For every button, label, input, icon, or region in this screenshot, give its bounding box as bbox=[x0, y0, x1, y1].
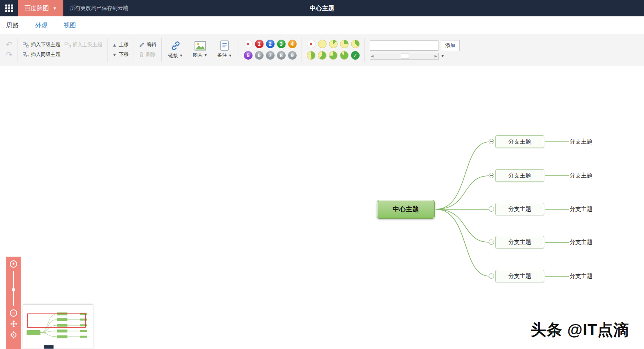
toolbar: ↶ ↷ 插入下级主题 插入上级主题 插入同级主题 bbox=[0, 34, 644, 65]
mindmap-canvas[interactable]: 中心主题 分支主题 分支主题 分支主题 分支主题 分支主题 分支主题 分支主题 … bbox=[0, 65, 644, 349]
progress-done-icon[interactable]: ✓ bbox=[351, 51, 360, 60]
ribbon-tabbar: 思路 外观 视图 bbox=[0, 16, 644, 34]
minimap[interactable] bbox=[23, 304, 93, 349]
app-grid-menu-button[interactable] bbox=[0, 0, 18, 16]
collapse-icon[interactable] bbox=[489, 206, 494, 212]
collapse-icon[interactable] bbox=[489, 239, 494, 245]
crosshair-icon bbox=[10, 331, 18, 339]
save-status: 所有更改均已保存到云端 bbox=[70, 4, 128, 12]
image-button[interactable]: 图片▼ bbox=[191, 41, 209, 59]
priority-group: × 1 2 3 4 5 6 7 8 9 bbox=[241, 40, 300, 60]
tab-idea[interactable]: 思路 bbox=[6, 20, 20, 31]
insert-sibling-button[interactable]: 插入同级主题 bbox=[23, 51, 60, 58]
priority-6-icon[interactable]: 6 bbox=[255, 51, 264, 60]
top-bar: 百度脑图 ▼ 所有更改均已保存到云端 中心主题 bbox=[0, 0, 644, 16]
priority-1-icon[interactable]: 1 bbox=[255, 40, 264, 48]
branch-node[interactable]: 分支主题 bbox=[495, 169, 544, 182]
priority-2-icon[interactable]: 2 bbox=[266, 40, 275, 48]
sub-topic-node[interactable]: 分支主题 bbox=[570, 238, 593, 246]
zoom-slider[interactable] bbox=[13, 271, 14, 306]
zoom-in-button[interactable]: + bbox=[10, 260, 17, 268]
zoom-out-button[interactable]: − bbox=[10, 309, 17, 317]
progress-remove-icon[interactable]: × bbox=[307, 40, 315, 48]
zoom-panel: + − bbox=[6, 257, 21, 349]
priority-remove-icon[interactable]: × bbox=[244, 40, 253, 48]
tab-view[interactable]: 视图 bbox=[63, 20, 77, 31]
priority-7-icon[interactable]: 7 bbox=[266, 51, 275, 60]
delete-button[interactable]: 删除 bbox=[139, 51, 157, 58]
branch-node[interactable]: 分支主题 bbox=[495, 236, 544, 248]
priority-8-icon[interactable]: 8 bbox=[277, 51, 286, 60]
divider bbox=[239, 38, 239, 62]
chevron-down-icon: ▼ bbox=[53, 6, 57, 11]
collapse-icon[interactable] bbox=[489, 139, 494, 144]
collapse-icon[interactable] bbox=[489, 273, 494, 279]
tag-add-button[interactable]: 添加 bbox=[441, 40, 460, 51]
sub-topic-node[interactable]: 分支主题 bbox=[570, 205, 593, 213]
divider bbox=[364, 38, 365, 62]
tag-input[interactable] bbox=[370, 40, 438, 51]
edit-group: 编辑 删除 bbox=[136, 41, 160, 58]
branch-node[interactable]: 分支主题 bbox=[495, 203, 544, 215]
progress-5-icon[interactable] bbox=[318, 51, 326, 60]
branch-node[interactable]: 分支主题 bbox=[495, 135, 544, 148]
scroll-thumb[interactable] bbox=[401, 54, 409, 59]
scroll-right-icon[interactable]: ▶ bbox=[435, 54, 437, 58]
undo-icon[interactable]: ↶ bbox=[6, 41, 13, 48]
insert-parent-icon bbox=[65, 43, 71, 47]
priority-5-icon[interactable]: 5 bbox=[244, 51, 253, 60]
chevron-down-icon: ▼ bbox=[228, 54, 232, 58]
brand-menu-button[interactable]: 百度脑图 ▼ bbox=[18, 0, 63, 16]
progress-4-icon[interactable] bbox=[307, 51, 315, 60]
arrow-down-icon: ▼ bbox=[112, 52, 117, 57]
progress-7-icon[interactable] bbox=[340, 51, 349, 60]
insert-parent-button[interactable]: 插入上级主题 bbox=[65, 41, 102, 48]
move-up-button[interactable]: ▲ 上移 bbox=[112, 41, 129, 48]
divider bbox=[18, 38, 18, 62]
chevron-down-icon: ▼ bbox=[179, 54, 183, 58]
progress-0-icon[interactable] bbox=[318, 40, 326, 48]
divider bbox=[161, 38, 162, 62]
priority-9-icon[interactable]: 9 bbox=[288, 51, 297, 60]
trash-icon bbox=[139, 52, 144, 57]
progress-3-icon[interactable] bbox=[351, 40, 360, 48]
root-topic-node[interactable]: 中心主题 bbox=[377, 200, 435, 219]
progress-2-icon[interactable] bbox=[340, 40, 349, 48]
image-icon bbox=[195, 41, 206, 51]
tab-appearance[interactable]: 外观 bbox=[34, 20, 48, 31]
edit-button[interactable]: 编辑 bbox=[139, 41, 157, 48]
divider bbox=[302, 38, 302, 62]
grid-icon bbox=[5, 4, 13, 12]
tag-scrollbar[interactable]: ◀ ▶ bbox=[370, 53, 438, 60]
collapse-icon[interactable] bbox=[489, 173, 494, 178]
branch-node[interactable]: 分支主题 bbox=[495, 270, 544, 282]
move-down-button[interactable]: ▼ 下移 bbox=[112, 51, 129, 58]
app-window: 百度脑图 ▼ 所有更改均已保存到云端 中心主题 思路 外观 视图 ↶ ↷ 插入下… bbox=[0, 0, 644, 349]
insert-sibling-icon bbox=[23, 52, 29, 57]
sub-topic-node[interactable]: 分支主题 bbox=[570, 172, 593, 180]
watermark: 头条 @IT点滴 bbox=[531, 320, 629, 340]
document-title: 中心主题 bbox=[310, 4, 334, 12]
note-icon bbox=[220, 40, 229, 51]
progress-6-icon[interactable] bbox=[329, 51, 338, 60]
sub-topic-node[interactable]: 分支主题 bbox=[570, 138, 593, 146]
redo-icon[interactable]: ↷ bbox=[6, 51, 13, 58]
pan-tool-button[interactable] bbox=[10, 320, 18, 328]
note-button[interactable]: 备注▼ bbox=[216, 40, 234, 59]
sub-topic-node[interactable]: 分支主题 bbox=[570, 272, 593, 280]
insert-child-button[interactable]: 插入下级主题 bbox=[23, 41, 60, 48]
mindmap-connectors bbox=[0, 65, 644, 349]
locate-center-button[interactable] bbox=[10, 331, 18, 339]
priority-3-icon[interactable]: 3 bbox=[277, 40, 286, 48]
divider bbox=[107, 38, 107, 62]
priority-4-icon[interactable]: 4 bbox=[288, 40, 297, 48]
scroll-left-icon[interactable]: ◀ bbox=[371, 54, 373, 58]
brand-label: 百度脑图 bbox=[25, 4, 49, 12]
link-button[interactable]: 链接▼ bbox=[167, 40, 185, 59]
tag-expand-button[interactable]: ▼ bbox=[438, 53, 447, 60]
link-icon bbox=[170, 40, 181, 51]
media-group: 链接▼ 图片▼ 备注▼ bbox=[163, 40, 237, 59]
zoom-slider-thumb[interactable] bbox=[12, 288, 15, 291]
progress-1-icon[interactable] bbox=[329, 40, 338, 48]
tag-group: 添加 ◀ ▶ ▼ bbox=[367, 40, 463, 60]
